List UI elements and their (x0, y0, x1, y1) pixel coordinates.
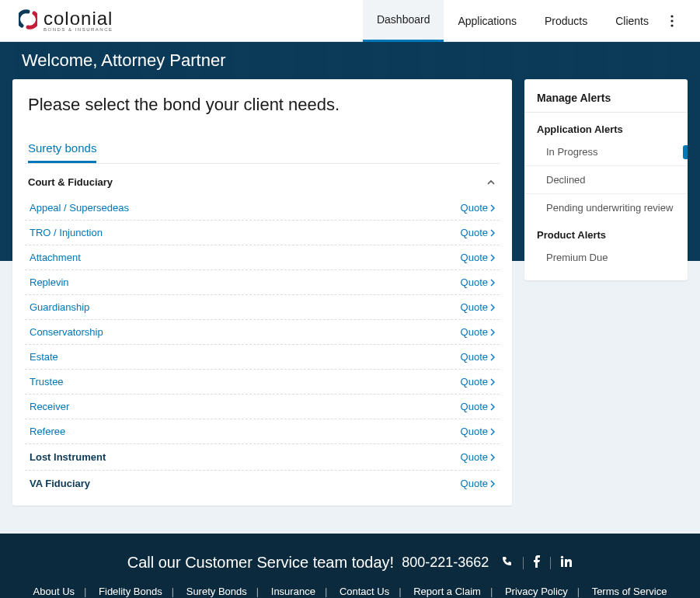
alert-in-progress[interactable]: In Progress (524, 138, 688, 166)
alert-premium-due[interactable]: Premium Due (524, 244, 688, 271)
application-alerts-header: Application Alerts (524, 116, 688, 138)
quote-button[interactable]: Quote (461, 478, 495, 489)
alert-declined[interactable]: Declined (524, 166, 688, 194)
footer-cta: Call our Customer Service team today! (127, 554, 394, 572)
tabs-row: Surety bonds (25, 135, 500, 164)
topbar: colonial BONDS & INSURANCE Dashboard App… (0, 0, 700, 42)
alert-pending-underwriting[interactable]: Pending underwriting review (524, 194, 688, 221)
footer: Call our Customer Service team today! 80… (0, 534, 700, 598)
bond-row: ReceiverQuote (25, 395, 500, 419)
bond-trustee[interactable]: Trustee (30, 376, 64, 388)
bond-row: TRO / InjunctionQuote (25, 221, 500, 245)
nav-applications[interactable]: Applications (444, 0, 531, 42)
tab-surety-bonds[interactable]: Surety bonds (28, 135, 96, 163)
alerts-title: Manage Alerts (524, 92, 688, 113)
bond-attachment[interactable]: Attachment (30, 252, 81, 263)
brand-logo[interactable]: colonial BONDS & INSURANCE (19, 9, 113, 33)
quote-button[interactable]: Quote (461, 426, 495, 437)
category-header-court-fiduciary[interactable]: Court & Fiduciary (25, 169, 500, 196)
bond-selector-panel: Please select the bond your client needs… (12, 79, 512, 506)
bond-estate[interactable]: Estate (30, 351, 58, 363)
bond-receiver[interactable]: Receiver (30, 401, 69, 412)
footer-link-surety[interactable]: Surety Bonds (186, 586, 247, 597)
footer-link-about[interactable]: About Us (33, 586, 75, 597)
footer-link-report-claim[interactable]: Report a Claim (413, 586, 481, 597)
quote-button[interactable]: Quote (461, 227, 495, 238)
bond-tro-injunction[interactable]: TRO / Injunction (30, 227, 103, 238)
bond-row: AttachmentQuote (25, 245, 500, 270)
application-alerts-list: In Progress Declined Pending underwritin… (524, 138, 688, 221)
logo-mark-icon (19, 12, 37, 30)
bond-replevin[interactable]: Replevin (30, 276, 69, 288)
category-label: VA Fiduciary (30, 478, 90, 489)
svg-point-2 (670, 24, 673, 26)
linkedin-icon[interactable] (560, 554, 573, 572)
bond-row: ConservatorshipQuote (25, 320, 500, 345)
category-label: Lost Instrument (30, 451, 106, 463)
quote-button[interactable]: Quote (461, 401, 495, 412)
bond-referee[interactable]: Referee (30, 426, 65, 437)
svg-point-1 (670, 19, 673, 22)
quote-button[interactable]: Quote (461, 276, 495, 288)
bond-row: TrusteeQuote (25, 370, 500, 395)
quote-button[interactable]: Quote (461, 326, 495, 338)
quote-button[interactable]: Quote (461, 451, 495, 463)
quote-button[interactable]: Quote (461, 252, 495, 263)
category-court-fiduciary: Court & Fiduciary Appeal / SupersedeasQu… (25, 169, 500, 443)
nav-clients[interactable]: Clients (601, 0, 663, 42)
bond-row: Appeal / SupersedeasQuote (25, 196, 500, 221)
bond-appeal-supersedeas[interactable]: Appeal / Supersedeas (30, 202, 129, 214)
footer-link-contact[interactable]: Contact Us (340, 586, 389, 597)
quote-button[interactable]: Quote (461, 376, 495, 388)
svg-rect-3 (561, 559, 563, 567)
quote-button[interactable]: Quote (461, 202, 495, 214)
footer-link-insurance[interactable]: Insurance (271, 586, 315, 597)
nav-products[interactable]: Products (531, 0, 601, 42)
bond-row: EstateQuote (25, 345, 500, 370)
bond-conservatorship[interactable]: Conservatorship (30, 326, 103, 338)
nav-dashboard[interactable]: Dashboard (363, 0, 444, 42)
footer-link-fidelity[interactable]: Fidelity Bonds (99, 586, 162, 597)
main-nav: Dashboard Applications Products Clients (363, 0, 681, 42)
category-header-lost-instrument[interactable]: Lost Instrument Quote (25, 443, 500, 470)
footer-links: About Us| Fidelity Bonds| Surety Bonds| … (0, 582, 700, 598)
alerts-panel: Manage Alerts Application Alerts In Prog… (524, 79, 688, 280)
brand-name: colonial (44, 9, 113, 28)
hero-banner: Welcome, Attorney Partner (0, 42, 700, 79)
phone-icon[interactable] (501, 554, 514, 572)
nav-more-menu[interactable] (663, 0, 681, 42)
kebab-icon (670, 15, 674, 27)
main-title: Please select the bond your client needs… (25, 95, 500, 121)
brand-subtitle: BONDS & INSURANCE (44, 27, 113, 32)
category-header-va-fiduciary[interactable]: VA Fiduciary Quote (25, 470, 500, 496)
bond-list-court-fiduciary: Appeal / SupersedeasQuote TRO / Injuncti… (25, 196, 500, 443)
bond-row: GuardianshipQuote (25, 295, 500, 320)
footer-link-terms[interactable]: Terms of Service (592, 586, 667, 597)
svg-point-0 (670, 15, 673, 17)
svg-point-4 (561, 556, 563, 558)
welcome-text: Welcome, Attorney Partner (22, 50, 226, 71)
bond-row: ReplevinQuote (25, 270, 500, 295)
bond-guardianship[interactable]: Guardianship (30, 301, 89, 313)
product-alerts-header: Product Alerts (524, 221, 688, 244)
bond-row: RefereeQuote (25, 419, 500, 443)
footer-phone[interactable]: 800-221-3662 (402, 555, 489, 571)
chevron-up-icon (486, 177, 496, 188)
product-alerts-list: Premium Due (524, 244, 688, 271)
facebook-icon[interactable] (533, 554, 541, 572)
category-label: Court & Fiduciary (28, 176, 113, 188)
quote-button[interactable]: Quote (461, 351, 495, 363)
footer-link-privacy[interactable]: Privacy Policy (505, 586, 568, 597)
quote-button[interactable]: Quote (461, 301, 495, 313)
